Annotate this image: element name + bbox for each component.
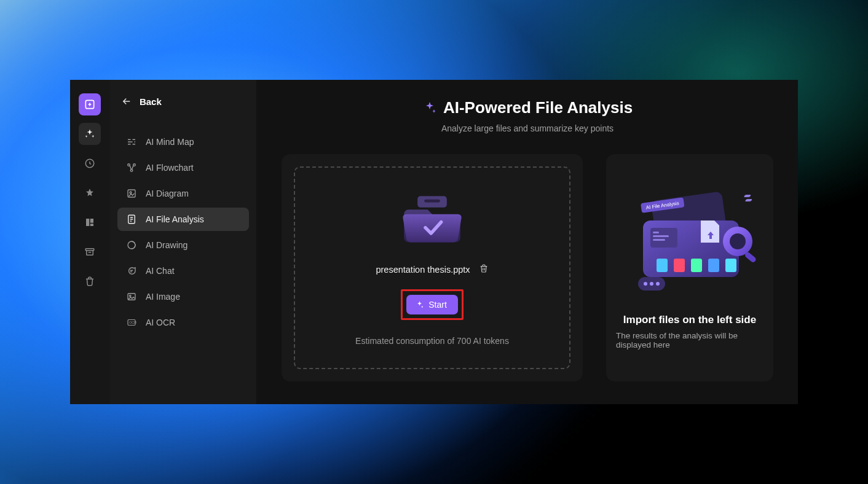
svg-rect-24 [674,259,685,272]
trash-icon [84,276,95,287]
file-row: presentation thesis.pptx [376,263,488,276]
results-title: Import files on the left side [623,314,756,326]
templates-icon [84,217,95,228]
panels-row: presentation thesis.pptx Start Estimate [275,154,779,381]
sidebar-item-label: AI Chat [146,266,175,276]
sidebar-item-image[interactable]: AI Image [117,285,249,308]
sparkle-icon [422,101,437,115]
remove-file-button[interactable] [479,263,489,276]
rail-templates-button[interactable] [79,211,101,233]
mindmap-icon [126,136,137,147]
chat-icon [126,265,137,276]
results-panel: AI File Analysis [606,154,773,381]
highlight-box: Start [401,289,464,320]
svg-rect-2 [86,249,95,251]
sparkle-icon [84,128,95,139]
trash-icon [479,263,489,273]
diagram-icon [126,188,137,199]
svg-rect-23 [657,259,668,272]
svg-rect-36 [745,199,752,201]
back-label: Back [140,96,162,107]
rail-archive-button[interactable] [79,241,101,263]
sidebar-item-file-analysis[interactable]: AI File Analysis [117,208,249,231]
start-button[interactable]: Start [406,295,458,314]
drop-zone[interactable]: presentation thesis.pptx Start Estimate [294,166,570,369]
svg-point-32 [644,282,647,286]
archive-icon [84,246,95,257]
sidebar-item-diagram[interactable]: AI Diagram [117,182,249,205]
sidebar-nav: AI Mind Map AI Flowchart AI Diagram AI F… [117,130,249,334]
sidebar-item-label: AI OCR [146,318,175,327]
clock-icon [84,158,95,169]
svg-rect-27 [725,259,736,272]
svg-rect-26 [708,259,719,272]
sidebar-item-label: AI Flowchart [146,163,194,173]
desktop-background: Back AI Mind Map AI Flowchart AI Diagram [0,0,868,484]
drawing-icon [126,240,137,251]
rail-recent-button[interactable] [79,152,101,174]
file-analysis-icon [126,214,137,225]
svg-point-5 [130,170,133,172]
folder-check-icon [398,192,466,248]
svg-rect-35 [744,195,751,197]
sparkle-icon [415,300,424,310]
svg-point-33 [650,282,653,286]
back-button[interactable]: Back [117,91,249,118]
upload-panel: presentation thesis.pptx Start Estimate [282,154,583,381]
sidebar-item-label: AI Image [146,292,180,302]
new-button[interactable] [79,93,101,115]
app-window: Back AI Mind Map AI Flowchart AI Diagram [70,80,798,404]
rail-favorites-button[interactable] [79,182,101,204]
ocr-icon: OCR [126,317,137,328]
svg-point-34 [656,282,660,286]
page-subtitle: Analyze large files and summarize key po… [275,123,779,133]
rail-trash-button[interactable] [79,270,101,292]
tokens-text: Estimated consumption of 700 AI tokens [355,336,509,346]
start-button-label: Start [428,300,447,310]
svg-rect-15 [424,200,440,203]
sidebar-item-label: AI Mind Map [146,137,194,147]
plus-square-icon [84,98,96,111]
results-illustration: AI File Analysis [616,185,763,302]
svg-rect-19 [650,228,677,248]
sidebar-item-mind-map[interactable]: AI Mind Map [117,130,249,154]
flowchart-icon [126,162,137,173]
page-title-row: AI-Powered File Analysis [275,98,779,117]
sidebar-item-label: AI File Analysis [146,214,204,224]
sidebar-item-chat[interactable]: AI Chat [117,259,249,283]
svg-point-7 [130,192,132,193]
svg-point-29 [730,233,746,249]
svg-rect-20 [653,232,659,233]
svg-rect-25 [691,259,702,272]
arrow-left-icon [121,96,132,107]
results-subtitle: The results of the analysis will be disp… [616,331,763,349]
sidebar-item-label: AI Diagram [146,189,189,198]
svg-text:OCR: OCR [129,321,136,324]
page-title: AI-Powered File Analysis [443,98,633,117]
sidebar-item-drawing[interactable]: AI Drawing [117,233,249,257]
svg-rect-21 [653,235,669,237]
rail-ai-button[interactable] [79,123,101,145]
sidebar-item-ocr[interactable]: OCR AI OCR [117,311,249,334]
sidebar-item-label: AI Drawing [146,240,187,250]
svg-rect-22 [653,239,665,241]
sidebar: Back AI Mind Map AI Flowchart AI Diagram [110,80,257,404]
image-icon [126,291,137,302]
file-name: presentation thesis.pptx [376,265,470,275]
star-icon [84,187,95,198]
main-content: AI-Powered File Analysis Analyze large f… [257,80,798,404]
icon-rail [70,80,110,404]
svg-point-11 [129,295,130,296]
sidebar-item-flowchart[interactable]: AI Flowchart [117,156,249,179]
uploaded-file-graphic [398,192,466,248]
